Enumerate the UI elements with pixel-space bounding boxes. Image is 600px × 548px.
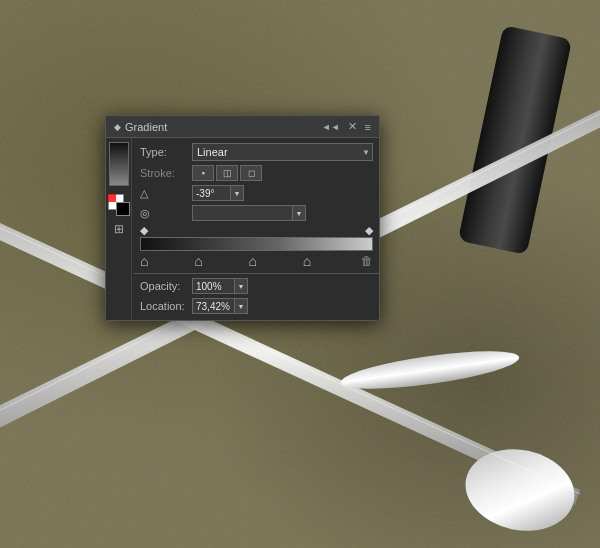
type-select[interactable]: Linear Radial Angular Reflected Diamond (192, 143, 373, 161)
angle-row: △ ▼ (134, 183, 379, 203)
angle-input[interactable] (192, 185, 230, 201)
gradient-top-markers: ◆ ◆ (134, 223, 379, 237)
diamond-left[interactable]: ◆ (140, 224, 148, 237)
left-tools: ⊞ (106, 138, 132, 320)
divider-1 (134, 273, 379, 274)
panel-titlebar: ◆ Gradient ◄◄ ✕ ≡ (106, 116, 379, 138)
gradient-mode-icon[interactable]: ⊞ (109, 220, 129, 238)
location-dropdown-btn[interactable]: ▼ (234, 298, 248, 314)
stop-right[interactable]: ⌂ (303, 253, 311, 269)
gradient-bar[interactable] (140, 237, 373, 251)
panel-title-icons: ◄◄ ✕ ≡ (322, 120, 371, 133)
panel-collapse-icon[interactable]: ◄◄ (322, 122, 340, 132)
location-row: Location: ▼ (134, 296, 379, 320)
panel-title: ◆ Gradient (114, 121, 167, 133)
aspect-input[interactable] (192, 205, 292, 221)
stroke-outside-btn[interactable]: ◻ (240, 165, 262, 181)
opacity-dropdown-btn[interactable]: ▼ (234, 278, 248, 294)
location-label: Location: (140, 300, 188, 312)
stroke-inside-icon: ◫ (223, 168, 232, 178)
gradient-preview-swatch[interactable] (109, 142, 129, 186)
panel-title-text: Gradient (125, 121, 167, 133)
type-label: Type: (140, 146, 188, 158)
type-select-wrapper: Linear Radial Angular Reflected Diamond … (192, 143, 373, 161)
stop-left[interactable]: ⌂ (140, 253, 148, 269)
background-swatch[interactable] (116, 202, 130, 216)
angle-input-group: ▼ (192, 185, 244, 201)
stroke-outside-icon: ◻ (248, 168, 255, 178)
opacity-input[interactable] (192, 278, 234, 294)
stop-mid-left[interactable]: ⌂ (194, 253, 202, 269)
gradient-panel: ◆ Gradient ◄◄ ✕ ≡ ⊞ (105, 115, 380, 321)
type-row: Type: Linear Radial Angular Reflected Di… (134, 138, 379, 163)
stroke-fill-btn[interactable]: ▪ (192, 165, 214, 181)
stop-mid-right[interactable]: ⌂ (249, 253, 257, 269)
location-input[interactable] (192, 298, 234, 314)
panel-content: Type: Linear Radial Angular Reflected Di… (134, 138, 379, 320)
gradient-stops-row: ⌂ ⌂ ⌂ ⌂ 🗑 (134, 251, 379, 271)
opacity-input-group: ▼ (192, 278, 248, 294)
location-input-group: ▼ (192, 298, 248, 314)
aspect-row: ◎ ▼ (134, 203, 379, 223)
diamond-right[interactable]: ◆ (365, 224, 373, 237)
angle-label: △ (140, 187, 188, 200)
stroke-label: Stroke: (140, 167, 188, 179)
aspect-label: ◎ (140, 207, 188, 220)
stroke-row: Stroke: ▪ ◫ ◻ (134, 163, 379, 183)
aspect-dropdown-btn[interactable]: ▼ (292, 205, 306, 221)
opacity-row: Opacity: ▼ (134, 276, 379, 296)
stroke-buttons: ▪ ◫ ◻ (192, 165, 262, 181)
stroke-inside-btn[interactable]: ◫ (216, 165, 238, 181)
gradient-diamond-icon: ◆ (114, 122, 121, 132)
fg-bg-color[interactable] (108, 194, 130, 216)
gradient-bar-container (134, 237, 379, 251)
color-indicator (108, 194, 116, 202)
opacity-label: Opacity: (140, 280, 188, 292)
stroke-fill-icon: ▪ (201, 168, 204, 178)
aspect-input-group: ▼ (192, 205, 306, 221)
panel-menu-icon[interactable]: ≡ (365, 121, 371, 133)
delete-stop-btn[interactable]: 🗑 (361, 254, 373, 268)
panel-body: ⊞ Type: Linear Radial Angular Reflected … (106, 138, 379, 320)
grid-icon: ⊞ (114, 222, 124, 236)
angle-dropdown-btn[interactable]: ▼ (230, 185, 244, 201)
panel-close-icon[interactable]: ✕ (348, 120, 357, 133)
